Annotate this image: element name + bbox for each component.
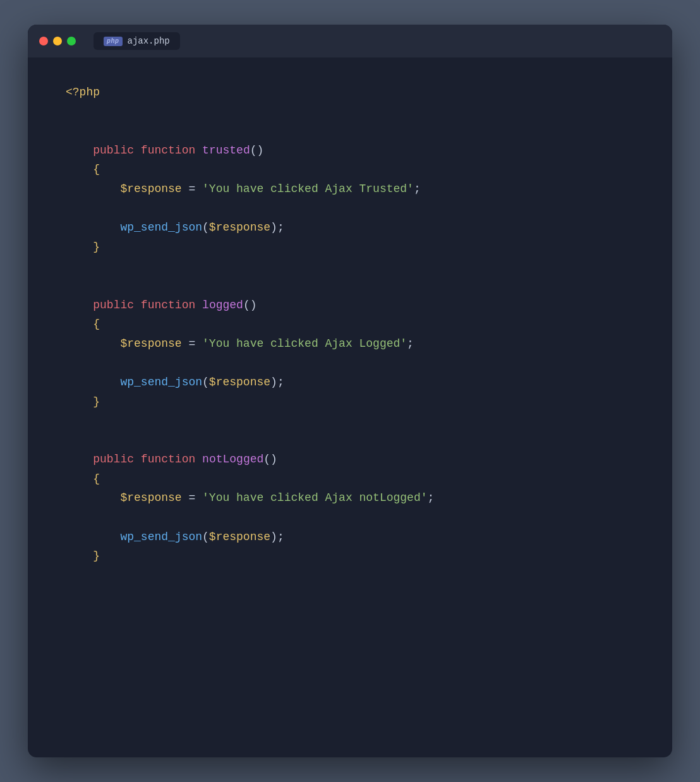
code-line: { — [66, 160, 634, 179]
code-line: public function logged() — [66, 296, 634, 315]
maximize-button[interactable] — [67, 37, 76, 45]
code-line: } — [66, 546, 634, 566]
titlebar: php ajax.php — [28, 25, 672, 57]
traffic-lights — [39, 37, 76, 45]
php-open-tag: <?php — [66, 83, 634, 102]
code-line: $response = 'You have clicked Ajax Trust… — [66, 179, 634, 199]
file-tab[interactable]: php ajax.php — [94, 32, 180, 50]
code-line: { — [66, 469, 634, 489]
code-line: wp_send_json($response); — [66, 218, 634, 238]
code-line: } — [66, 392, 634, 412]
code-editor: <?php public function trusted() { $respo… — [28, 57, 672, 591]
code-line: wp_send_json($response); — [66, 527, 634, 547]
code-line: public function trusted() — [66, 141, 634, 160]
code-line: $response = 'You have clicked Ajax Logge… — [66, 334, 634, 354]
php-badge: php — [104, 37, 123, 46]
code-line: $response = 'You have clicked Ajax notLo… — [66, 488, 634, 508]
code-line: } — [66, 238, 634, 257]
close-button[interactable] — [39, 37, 48, 45]
code-line: { — [66, 315, 634, 334]
minimize-button[interactable] — [53, 37, 62, 45]
code-line: public function notLogged() — [66, 450, 634, 469]
code-line: wp_send_json($response); — [66, 373, 634, 392]
tab-filename: ajax.php — [128, 36, 170, 46]
editor-window: php ajax.php <?php public function trust… — [28, 25, 672, 757]
